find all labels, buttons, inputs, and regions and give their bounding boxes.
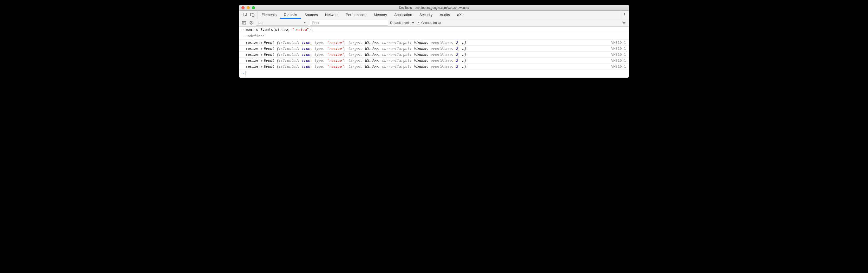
context-selector-value: top [258,21,262,25]
console-log-row: resize Event {isTrusted: true, type: "re… [239,40,629,46]
tab-sources[interactable]: Sources [301,11,321,19]
tab-memory[interactable]: Memory [370,11,391,19]
log-levels-selector[interactable]: Default levels ▼ [390,21,415,25]
devtools-tabs: ElementsConsoleSourcesNetworkPerformance… [239,11,629,19]
expand-triangle-icon[interactable] [261,41,262,44]
console-prompt[interactable]: › [239,70,629,78]
tab-performance[interactable]: Performance [342,11,370,19]
window-title: DevTools - developers.google.com/web/sho… [239,6,629,10]
chevron-down-icon: ▼ [411,21,415,25]
source-link[interactable]: VM310:1 [607,40,626,45]
prompt-chevron-icon: › [241,71,246,75]
group-similar-label: Group similar [421,21,441,25]
tab-security[interactable]: Security [416,11,436,19]
minimize-icon[interactable] [247,6,250,9]
expand-triangle-icon[interactable] [261,47,262,50]
svg-rect-2 [252,14,254,16]
expand-triangle-icon[interactable] [261,60,262,62]
console-log-row: resize Event {isTrusted: true, type: "re… [239,46,629,52]
traffic-lights [241,6,255,9]
console-return-value: ‹ undefined [239,33,629,40]
toggle-sidebar-icon[interactable] [241,20,247,26]
close-icon[interactable] [241,6,245,9]
tab-application[interactable]: Application [391,11,416,19]
filter-placeholder: Filter [312,21,319,25]
tab-console[interactable]: Console [280,11,301,19]
clear-console-icon[interactable] [249,20,254,26]
console-log-row: resize Event {isTrusted: true, type: "re… [239,64,629,70]
source-link[interactable]: VM310:1 [607,53,626,57]
cursor [246,71,246,75]
devtools-window: DevTools - developers.google.com/web/sho… [239,5,629,78]
tab-elements[interactable]: Elements [258,11,280,19]
output-chevron-icon: ‹ [241,34,246,39]
source-link[interactable]: VM310:1 [607,46,626,50]
more-menu-icon[interactable] [622,13,627,17]
tab-audits[interactable]: Audits [436,11,454,19]
context-selector[interactable]: top ▼ [256,20,308,26]
console-log-row: resize Event {isTrusted: true, type: "re… [239,52,629,58]
console-input-echo: › monitorEvents(window, "resize"); [239,27,629,33]
filter-input[interactable]: Filter [310,20,388,26]
tab-network[interactable]: Network [321,11,342,19]
settings-gear-icon[interactable] [621,20,627,26]
tab-axe[interactable]: aXe [454,11,467,19]
group-similar-toggle[interactable]: ✓ Group similar [417,21,441,25]
console-toolbar: top ▼ Filter Default levels ▼ ✓ Group si… [239,19,629,27]
expand-triangle-icon[interactable] [261,54,262,56]
svg-line-5 [250,22,252,24]
chevron-down-icon: ▼ [304,21,306,24]
console-output: › monitorEvents(window, "resize"); ‹ und… [239,27,629,78]
device-toolbar-icon[interactable] [250,12,255,18]
inspect-element-icon[interactable] [243,12,248,18]
console-log-row: resize Event {isTrusted: true, type: "re… [239,58,629,64]
log-levels-label: Default levels [390,21,410,25]
source-link[interactable]: VM310:1 [607,64,626,69]
titlebar: DevTools - developers.google.com/web/sho… [239,5,629,11]
expand-triangle-icon[interactable] [261,65,262,68]
inspect-tools [241,11,258,19]
source-link[interactable]: VM310:1 [607,58,626,63]
svg-point-6 [623,22,624,23]
checkbox-checked-icon: ✓ [417,21,420,24]
zoom-icon[interactable] [252,6,255,9]
input-chevron-icon: › [241,28,246,32]
